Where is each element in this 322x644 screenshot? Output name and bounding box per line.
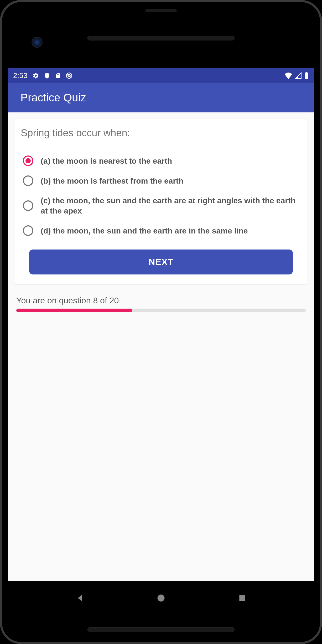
back-button[interactable]	[74, 592, 86, 604]
option-b-label: (b) the moon is farthest from the earth	[41, 176, 183, 186]
settings-icon	[32, 72, 39, 79]
phone-frame: 2:53	[0, 0, 322, 644]
radio-d[interactable]	[23, 225, 33, 236]
content-area: Spring tides occur when: (a) the moon is…	[8, 112, 314, 581]
options-group: (a) the moon is nearest to the earth (b)…	[20, 153, 302, 238]
status-bar-left: 2:53	[13, 71, 73, 80]
svg-rect-3	[239, 595, 245, 601]
home-button[interactable]	[155, 592, 167, 604]
cellular-signal-icon	[295, 72, 302, 79]
status-bar: 2:53	[8, 68, 314, 83]
radio-b[interactable]	[23, 175, 33, 186]
front-camera	[32, 37, 43, 48]
progress-section: You are on question 8 of 20	[14, 296, 308, 312]
phone-bottom-bezel	[8, 615, 314, 644]
question-text: Spring tides occur when:	[20, 125, 302, 141]
status-bar-right	[284, 72, 309, 79]
radio-a[interactable]	[23, 155, 33, 166]
radio-c[interactable]	[23, 200, 33, 211]
shield-icon	[44, 72, 50, 79]
option-d[interactable]: (d) the moon, the sun and the earth are …	[20, 223, 302, 238]
wifi-icon	[284, 72, 293, 79]
option-d-label: (d) the moon, the sun and the earth are …	[41, 226, 248, 236]
app-bar: Practice Quiz	[8, 83, 314, 112]
next-button[interactable]: NEXT	[29, 250, 293, 274]
app-title: Practice Quiz	[20, 91, 86, 104]
option-a-label: (a) the moon is nearest to the earth	[41, 156, 172, 166]
option-c-label: (c) the moon, the sun and the earth are …	[41, 195, 299, 216]
bottom-speaker	[87, 627, 235, 632]
question-card: Spring tides occur when: (a) the moon is…	[14, 119, 308, 284]
earpiece-speaker	[87, 36, 235, 40]
recent-apps-button[interactable]	[236, 592, 248, 604]
no-sync-icon	[65, 72, 73, 79]
option-b[interactable]: (b) the moon is farthest from the earth	[20, 173, 302, 188]
option-a[interactable]: (a) the moon is nearest to the earth	[20, 153, 302, 168]
option-c[interactable]: (c) the moon, the sun and the earth are …	[20, 193, 302, 218]
navigation-bar	[8, 581, 314, 615]
screen: 2:53	[8, 68, 314, 581]
battery-icon	[304, 72, 309, 79]
status-time: 2:53	[13, 71, 28, 80]
sd-card-icon	[55, 72, 61, 79]
progress-bar	[16, 309, 306, 312]
progress-text: You are on question 8 of 20	[16, 296, 306, 305]
phone-top-bezel	[8, 8, 314, 68]
svg-point-2	[157, 595, 164, 602]
progress-fill	[16, 309, 132, 312]
